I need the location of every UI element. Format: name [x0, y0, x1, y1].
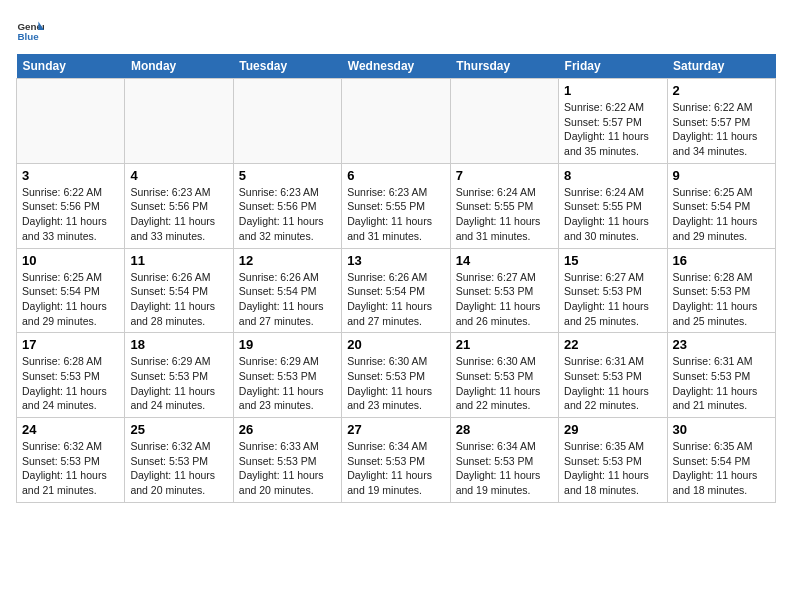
- day-info: Sunrise: 6:25 AM Sunset: 5:54 PM Dayligh…: [673, 185, 770, 244]
- day-number: 9: [673, 168, 770, 183]
- week-row-1: 3Sunrise: 6:22 AM Sunset: 5:56 PM Daylig…: [17, 163, 776, 248]
- day-number: 24: [22, 422, 119, 437]
- day-number: 27: [347, 422, 444, 437]
- day-number: 29: [564, 422, 661, 437]
- day-cell: 3Sunrise: 6:22 AM Sunset: 5:56 PM Daylig…: [17, 163, 125, 248]
- day-cell: 8Sunrise: 6:24 AM Sunset: 5:55 PM Daylig…: [559, 163, 667, 248]
- day-info: Sunrise: 6:22 AM Sunset: 5:56 PM Dayligh…: [22, 185, 119, 244]
- day-info: Sunrise: 6:28 AM Sunset: 5:53 PM Dayligh…: [22, 354, 119, 413]
- day-number: 14: [456, 253, 553, 268]
- day-info: Sunrise: 6:23 AM Sunset: 5:55 PM Dayligh…: [347, 185, 444, 244]
- day-cell: 18Sunrise: 6:29 AM Sunset: 5:53 PM Dayli…: [125, 333, 233, 418]
- day-number: 4: [130, 168, 227, 183]
- day-info: Sunrise: 6:26 AM Sunset: 5:54 PM Dayligh…: [239, 270, 336, 329]
- day-cell: 19Sunrise: 6:29 AM Sunset: 5:53 PM Dayli…: [233, 333, 341, 418]
- day-cell: [17, 79, 125, 164]
- page-header: General Blue: [16, 16, 776, 44]
- day-number: 21: [456, 337, 553, 352]
- day-cell: 12Sunrise: 6:26 AM Sunset: 5:54 PM Dayli…: [233, 248, 341, 333]
- day-cell: [125, 79, 233, 164]
- week-row-2: 10Sunrise: 6:25 AM Sunset: 5:54 PM Dayli…: [17, 248, 776, 333]
- weekday-sunday: Sunday: [17, 54, 125, 79]
- day-info: Sunrise: 6:31 AM Sunset: 5:53 PM Dayligh…: [673, 354, 770, 413]
- day-number: 18: [130, 337, 227, 352]
- day-cell: 27Sunrise: 6:34 AM Sunset: 5:53 PM Dayli…: [342, 418, 450, 503]
- day-number: 13: [347, 253, 444, 268]
- day-number: 5: [239, 168, 336, 183]
- day-number: 2: [673, 83, 770, 98]
- day-info: Sunrise: 6:23 AM Sunset: 5:56 PM Dayligh…: [239, 185, 336, 244]
- day-cell: 2Sunrise: 6:22 AM Sunset: 5:57 PM Daylig…: [667, 79, 775, 164]
- day-number: 15: [564, 253, 661, 268]
- day-number: 1: [564, 83, 661, 98]
- day-number: 11: [130, 253, 227, 268]
- day-info: Sunrise: 6:27 AM Sunset: 5:53 PM Dayligh…: [564, 270, 661, 329]
- weekday-thursday: Thursday: [450, 54, 558, 79]
- day-info: Sunrise: 6:29 AM Sunset: 5:53 PM Dayligh…: [239, 354, 336, 413]
- day-info: Sunrise: 6:24 AM Sunset: 5:55 PM Dayligh…: [456, 185, 553, 244]
- day-number: 19: [239, 337, 336, 352]
- day-info: Sunrise: 6:32 AM Sunset: 5:53 PM Dayligh…: [130, 439, 227, 498]
- day-cell: 20Sunrise: 6:30 AM Sunset: 5:53 PM Dayli…: [342, 333, 450, 418]
- day-info: Sunrise: 6:35 AM Sunset: 5:54 PM Dayligh…: [673, 439, 770, 498]
- day-cell: 14Sunrise: 6:27 AM Sunset: 5:53 PM Dayli…: [450, 248, 558, 333]
- day-cell: 6Sunrise: 6:23 AM Sunset: 5:55 PM Daylig…: [342, 163, 450, 248]
- day-cell: 23Sunrise: 6:31 AM Sunset: 5:53 PM Dayli…: [667, 333, 775, 418]
- day-info: Sunrise: 6:30 AM Sunset: 5:53 PM Dayligh…: [456, 354, 553, 413]
- day-number: 25: [130, 422, 227, 437]
- day-number: 12: [239, 253, 336, 268]
- day-cell: 9Sunrise: 6:25 AM Sunset: 5:54 PM Daylig…: [667, 163, 775, 248]
- day-info: Sunrise: 6:34 AM Sunset: 5:53 PM Dayligh…: [347, 439, 444, 498]
- day-info: Sunrise: 6:28 AM Sunset: 5:53 PM Dayligh…: [673, 270, 770, 329]
- day-cell: 17Sunrise: 6:28 AM Sunset: 5:53 PM Dayli…: [17, 333, 125, 418]
- calendar-table: SundayMondayTuesdayWednesdayThursdayFrid…: [16, 54, 776, 503]
- day-cell: 29Sunrise: 6:35 AM Sunset: 5:53 PM Dayli…: [559, 418, 667, 503]
- day-cell: 26Sunrise: 6:33 AM Sunset: 5:53 PM Dayli…: [233, 418, 341, 503]
- day-number: 6: [347, 168, 444, 183]
- day-info: Sunrise: 6:22 AM Sunset: 5:57 PM Dayligh…: [673, 100, 770, 159]
- day-info: Sunrise: 6:32 AM Sunset: 5:53 PM Dayligh…: [22, 439, 119, 498]
- day-cell: 30Sunrise: 6:35 AM Sunset: 5:54 PM Dayli…: [667, 418, 775, 503]
- day-number: 28: [456, 422, 553, 437]
- day-number: 3: [22, 168, 119, 183]
- day-info: Sunrise: 6:31 AM Sunset: 5:53 PM Dayligh…: [564, 354, 661, 413]
- day-number: 8: [564, 168, 661, 183]
- week-row-4: 24Sunrise: 6:32 AM Sunset: 5:53 PM Dayli…: [17, 418, 776, 503]
- day-cell: 28Sunrise: 6:34 AM Sunset: 5:53 PM Dayli…: [450, 418, 558, 503]
- day-number: 26: [239, 422, 336, 437]
- day-info: Sunrise: 6:27 AM Sunset: 5:53 PM Dayligh…: [456, 270, 553, 329]
- day-cell: 15Sunrise: 6:27 AM Sunset: 5:53 PM Dayli…: [559, 248, 667, 333]
- day-cell: 5Sunrise: 6:23 AM Sunset: 5:56 PM Daylig…: [233, 163, 341, 248]
- day-info: Sunrise: 6:23 AM Sunset: 5:56 PM Dayligh…: [130, 185, 227, 244]
- day-number: 17: [22, 337, 119, 352]
- day-info: Sunrise: 6:22 AM Sunset: 5:57 PM Dayligh…: [564, 100, 661, 159]
- logo-icon: General Blue: [16, 16, 44, 44]
- day-cell: [342, 79, 450, 164]
- week-row-0: 1Sunrise: 6:22 AM Sunset: 5:57 PM Daylig…: [17, 79, 776, 164]
- day-cell: 25Sunrise: 6:32 AM Sunset: 5:53 PM Dayli…: [125, 418, 233, 503]
- day-cell: 21Sunrise: 6:30 AM Sunset: 5:53 PM Dayli…: [450, 333, 558, 418]
- day-cell: 7Sunrise: 6:24 AM Sunset: 5:55 PM Daylig…: [450, 163, 558, 248]
- day-cell: 16Sunrise: 6:28 AM Sunset: 5:53 PM Dayli…: [667, 248, 775, 333]
- day-cell: 4Sunrise: 6:23 AM Sunset: 5:56 PM Daylig…: [125, 163, 233, 248]
- day-cell: 10Sunrise: 6:25 AM Sunset: 5:54 PM Dayli…: [17, 248, 125, 333]
- day-info: Sunrise: 6:30 AM Sunset: 5:53 PM Dayligh…: [347, 354, 444, 413]
- day-cell: 11Sunrise: 6:26 AM Sunset: 5:54 PM Dayli…: [125, 248, 233, 333]
- week-row-3: 17Sunrise: 6:28 AM Sunset: 5:53 PM Dayli…: [17, 333, 776, 418]
- weekday-monday: Monday: [125, 54, 233, 79]
- weekday-friday: Friday: [559, 54, 667, 79]
- day-info: Sunrise: 6:25 AM Sunset: 5:54 PM Dayligh…: [22, 270, 119, 329]
- day-info: Sunrise: 6:29 AM Sunset: 5:53 PM Dayligh…: [130, 354, 227, 413]
- svg-text:Blue: Blue: [17, 31, 39, 42]
- day-info: Sunrise: 6:26 AM Sunset: 5:54 PM Dayligh…: [347, 270, 444, 329]
- day-info: Sunrise: 6:24 AM Sunset: 5:55 PM Dayligh…: [564, 185, 661, 244]
- day-cell: [233, 79, 341, 164]
- day-info: Sunrise: 6:26 AM Sunset: 5:54 PM Dayligh…: [130, 270, 227, 329]
- weekday-wednesday: Wednesday: [342, 54, 450, 79]
- day-cell: 1Sunrise: 6:22 AM Sunset: 5:57 PM Daylig…: [559, 79, 667, 164]
- day-number: 22: [564, 337, 661, 352]
- day-number: 20: [347, 337, 444, 352]
- weekday-header: SundayMondayTuesdayWednesdayThursdayFrid…: [17, 54, 776, 79]
- day-info: Sunrise: 6:33 AM Sunset: 5:53 PM Dayligh…: [239, 439, 336, 498]
- day-number: 23: [673, 337, 770, 352]
